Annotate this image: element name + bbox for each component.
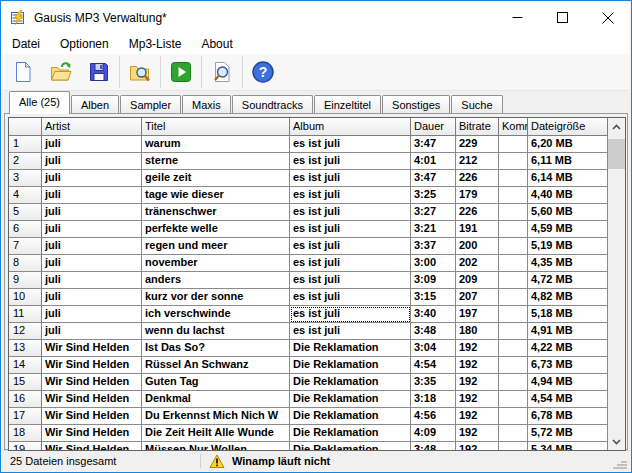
cell-dateigroesse[interactable]: 4,72 MB [528,272,608,289]
tab-sonstiges[interactable]: Sonstiges [382,95,450,114]
cell-kommentar[interactable] [499,221,528,238]
cell-bitrate[interactable]: 192 [456,357,499,374]
maximize-button[interactable] [540,2,585,33]
cell-bitrate[interactable]: 202 [456,255,499,272]
cell-artist[interactable]: juli [42,238,142,255]
cell-bitrate[interactable]: 207 [456,289,499,306]
cell-dauer[interactable]: 3:04 [411,340,456,357]
cell-kommentar[interactable] [499,289,528,306]
header-bitrate[interactable]: Bitrate [456,118,499,136]
tab-sampler[interactable]: Sampler [120,95,181,114]
cell-bitrate[interactable]: 192 [456,340,499,357]
cell-rownum[interactable]: 13 [9,340,42,357]
cell-rownum[interactable]: 15 [9,374,42,391]
cell-dauer[interactable]: 3:00 [411,255,456,272]
cell-dauer[interactable]: 3:40 [411,306,456,323]
cell-rownum[interactable]: 19 [9,442,42,450]
cell-artist[interactable]: juli [42,136,142,153]
cell-album[interactable]: Die Reklamation [290,340,411,357]
table-row[interactable]: 1 juli warum es ist juli 3:47 229 6,20 M… [9,136,608,153]
menu-about[interactable]: About [191,35,242,53]
cell-dauer[interactable]: 4:56 [411,408,456,425]
table-row[interactable]: 6 juli perfekte welle es ist juli 3:21 1… [9,221,608,238]
cell-dateigroesse[interactable]: 6,20 MB [528,136,608,153]
header-album[interactable]: Album [290,118,411,136]
cell-bitrate[interactable]: 192 [456,425,499,442]
cell-dateigroesse[interactable]: 4,40 MB [528,187,608,204]
cell-bitrate[interactable]: 229 [456,136,499,153]
cell-titel[interactable]: Rüssel An Schwanz [142,357,290,374]
cell-titel[interactable]: kurz vor der sonne [142,289,290,306]
cell-rownum[interactable]: 12 [9,323,42,340]
cell-bitrate[interactable]: 200 [456,238,499,255]
cell-album[interactable]: es ist juli [290,136,411,153]
cell-rownum[interactable]: 9 [9,272,42,289]
table-row[interactable]: 3 juli geile zeit es ist juli 3:47 226 6… [9,170,608,187]
cell-titel[interactable]: november [142,255,290,272]
table-row[interactable]: 12 juli wenn du lachst es ist juli 3:48 … [9,323,608,340]
tab-suche[interactable]: Suche [451,95,502,114]
cell-album[interactable]: Die Reklamation [290,442,411,450]
cell-album[interactable]: Die Reklamation [290,374,411,391]
cell-dateigroesse[interactable]: 6,78 MB [528,408,608,425]
table-row[interactable]: 13 Wir Sind Helden Ist Das So? Die Rekla… [9,340,608,357]
cell-album[interactable]: es ist juli [290,306,411,323]
cell-titel[interactable]: Du Erkennst Mich Nich W [142,408,290,425]
cell-dateigroesse[interactable]: 4,54 MB [528,391,608,408]
cell-album[interactable]: es ist juli [290,289,411,306]
cell-kommentar[interactable] [499,374,528,391]
cell-artist[interactable]: juli [42,289,142,306]
cell-rownum[interactable]: 6 [9,221,42,238]
cell-kommentar[interactable] [499,136,528,153]
cell-dauer[interactable]: 3:37 [411,238,456,255]
cell-dateigroesse[interactable]: 4,59 MB [528,221,608,238]
table-row[interactable]: 14 Wir Sind Helden Rüssel An Schwanz Die… [9,357,608,374]
cell-rownum[interactable]: 18 [9,425,42,442]
cell-kommentar[interactable] [499,425,528,442]
cell-bitrate[interactable]: 209 [456,272,499,289]
cell-dauer[interactable]: 3:21 [411,221,456,238]
cell-album[interactable]: es ist juli [290,238,411,255]
cell-album[interactable]: es ist juli [290,204,411,221]
cell-kommentar[interactable] [499,391,528,408]
menu-optionen[interactable]: Optionen [50,35,119,53]
cell-titel[interactable]: anders [142,272,290,289]
tab-soundtracks[interactable]: Soundtracks [232,95,313,114]
cell-dauer[interactable]: 4:01 [411,153,456,170]
table-row[interactable]: 2 juli sterne es ist juli 4:01 212 6,11 … [9,153,608,170]
cell-rownum[interactable]: 3 [9,170,42,187]
cell-dauer[interactable]: 3:18 [411,391,456,408]
cell-dateigroesse[interactable]: 5,19 MB [528,238,608,255]
cell-kommentar[interactable] [499,323,528,340]
cell-dateigroesse[interactable]: 4,82 MB [528,289,608,306]
cell-artist[interactable]: juli [42,255,142,272]
cell-dauer[interactable]: 4:54 [411,357,456,374]
cell-dateigroesse[interactable]: 5,60 MB [528,204,608,221]
table-row[interactable]: 19 Wir Sind Helden Müssen Nur Wollen Die… [9,442,608,450]
cell-artist[interactable]: juli [42,187,142,204]
header-kommentar[interactable]: Komm [499,118,528,136]
cell-album[interactable]: es ist juli [290,153,411,170]
cell-dateigroesse[interactable]: 5,72 MB [528,425,608,442]
cell-dauer[interactable]: 3:25 [411,187,456,204]
cell-rownum[interactable]: 1 [9,136,42,153]
cell-titel[interactable]: Denkmal [142,391,290,408]
cell-titel[interactable]: sterne [142,153,290,170]
cell-bitrate[interactable]: 197 [456,306,499,323]
cell-dateigroesse[interactable]: 5,34 MB [528,442,608,450]
cell-dateigroesse[interactable]: 4,35 MB [528,255,608,272]
table-row[interactable]: 10 juli kurz vor der sonne es ist juli 3… [9,289,608,306]
header-rownum[interactable] [9,118,42,136]
cell-titel[interactable]: ich verschwinde [142,306,290,323]
cell-album[interactable]: Die Reklamation [290,357,411,374]
menu-datei[interactable]: Datei [2,35,50,53]
table-row[interactable]: 18 Wir Sind Helden Die Zeit Heilt Alle W… [9,425,608,442]
cell-titel[interactable]: warum [142,136,290,153]
cell-artist[interactable]: Wir Sind Helden [42,408,142,425]
cell-album[interactable]: Die Reklamation [290,391,411,408]
cell-album[interactable]: es ist juli [290,170,411,187]
preview-button[interactable] [203,55,241,89]
cell-dauer[interactable]: 3:15 [411,289,456,306]
cell-artist[interactable]: Wir Sind Helden [42,425,142,442]
table-row[interactable]: 15 Wir Sind Helden Guten Tag Die Reklama… [9,374,608,391]
